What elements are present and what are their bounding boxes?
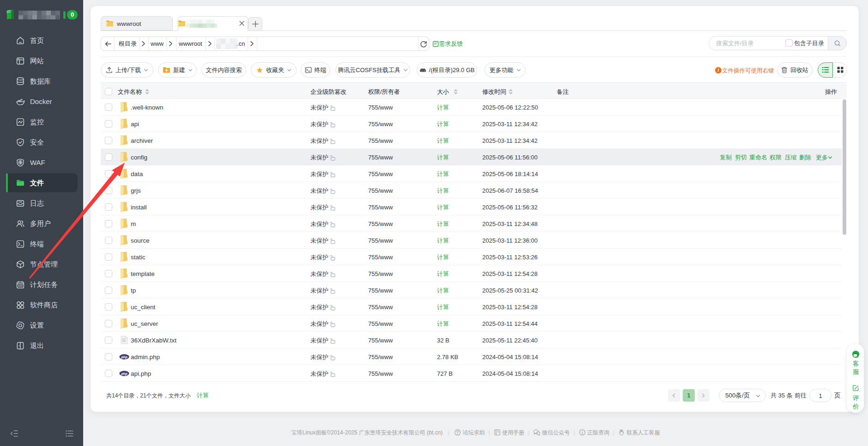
svg-text:php: php xyxy=(121,372,127,376)
svg-text:php: php xyxy=(121,355,127,359)
